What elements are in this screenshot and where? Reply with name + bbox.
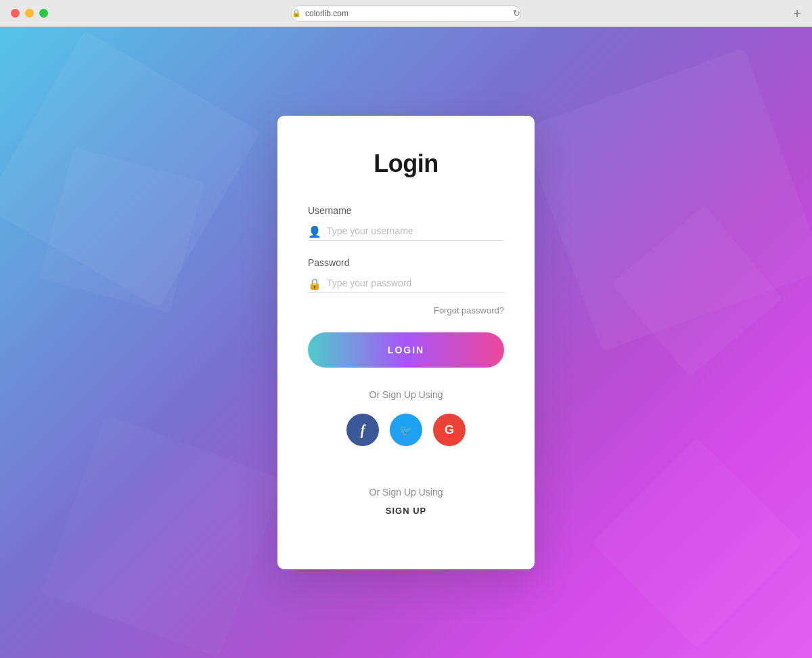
decorative-shape-5 — [41, 415, 284, 658]
twitter-icon: 🐦 — [399, 424, 413, 437]
facebook-icon: f — [361, 422, 365, 438]
reload-icon[interactable]: ↻ — [513, 8, 520, 18]
google-button[interactable]: G — [433, 414, 466, 446]
password-input[interactable] — [308, 273, 504, 293]
password-input-wrapper: 🔒 — [308, 273, 504, 293]
new-tab-button[interactable]: + — [793, 5, 801, 21]
user-icon: 👤 — [308, 225, 321, 238]
or-sign-up-text: Or Sign Up Using — [369, 389, 443, 400]
login-card: Login Username 👤 Password 🔒 Forgot passw… — [277, 116, 535, 569]
signup-link[interactable]: SIGN UP — [386, 506, 426, 516]
or-signup-text-bottom: Or Sign Up Using — [369, 487, 443, 498]
password-label: Password — [308, 257, 504, 268]
twitter-button[interactable]: 🐦 — [390, 414, 422, 446]
social-buttons-group: f 🐦 G — [346, 414, 466, 446]
close-button[interactable] — [11, 9, 20, 18]
username-field-group: Username 👤 — [308, 205, 504, 241]
username-label: Username — [308, 205, 504, 216]
login-button[interactable]: LOGIN — [308, 332, 504, 368]
browser-content: Login Username 👤 Password 🔒 Forgot passw… — [0, 27, 812, 658]
browser-chrome: 🔒 colorlib.com ↻ + — [0, 0, 812, 27]
lock-icon: 🔒 — [308, 277, 321, 290]
facebook-button[interactable]: f — [346, 414, 379, 446]
decorative-shape-6 — [591, 437, 802, 648]
google-icon: G — [445, 423, 454, 437]
password-field-group: Password 🔒 — [308, 257, 504, 293]
forgot-password-link[interactable]: Forgot password? — [434, 305, 504, 315]
url-text: colorlib.com — [305, 9, 348, 18]
traffic-lights — [11, 9, 48, 18]
maximize-button[interactable] — [39, 9, 48, 18]
lock-icon: 🔒 — [292, 9, 301, 18]
forgot-password-container: Forgot password? — [308, 304, 504, 316]
page-title: Login — [374, 150, 438, 178]
minimize-button[interactable] — [25, 9, 34, 18]
username-input[interactable] — [308, 221, 504, 241]
username-input-wrapper: 👤 — [308, 221, 504, 241]
address-bar[interactable]: 🔒 colorlib.com ↻ — [291, 5, 521, 22]
